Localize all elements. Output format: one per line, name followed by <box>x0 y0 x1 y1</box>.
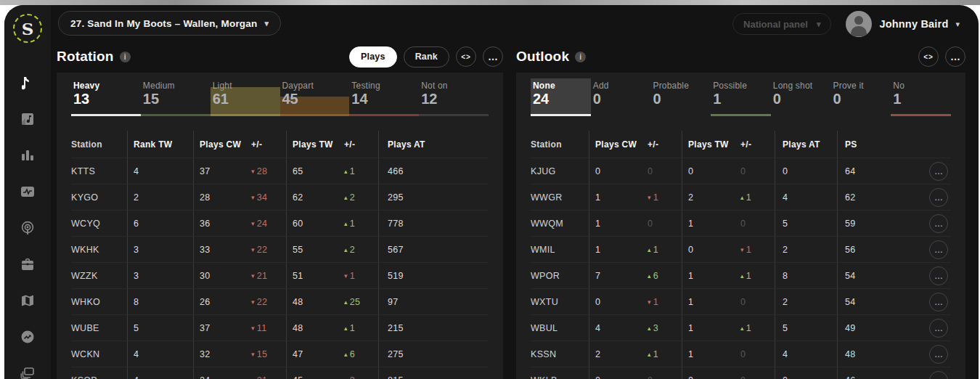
stat-medium[interactable]: Medium15 <box>141 80 211 116</box>
chevron-down-icon: ▾ <box>817 20 821 29</box>
value-cell: ▾1 <box>648 289 682 314</box>
row-menu-button[interactable]: … <box>929 188 948 207</box>
down-arrow-icon: ▾ <box>344 272 348 280</box>
value-cell: 46 <box>837 367 917 379</box>
row-menu-button[interactable]: … <box>929 266 948 285</box>
table-row[interactable]: KSSN2▴110448… <box>531 341 951 367</box>
table-row[interactable]: KSOP424▾2145▾3815 <box>71 367 489 379</box>
row-menu-button[interactable]: … <box>929 293 948 311</box>
table-row[interactable]: WMIL1▴10▾1256… <box>531 237 951 263</box>
more-options-button[interactable]: … <box>945 46 965 67</box>
value-cell: 4 <box>127 158 193 184</box>
bar-chart-icon[interactable] <box>20 147 36 163</box>
station-cell: WZZK <box>71 263 127 288</box>
song-selector-label: 27. Sand In My Boots – Wallen, Morgan <box>70 18 257 29</box>
outlook-title: Outlook <box>516 49 569 65</box>
song-selector[interactable]: 27. Sand In My Boots – Wallen, Morgan ▾ <box>58 11 281 36</box>
down-arrow-icon: ▾ <box>344 377 348 379</box>
stat-color-bar <box>711 114 771 116</box>
embed-code-button[interactable]: <> <box>918 46 939 67</box>
value-cell: 0 <box>682 367 740 379</box>
rank-toggle-button[interactable]: Rank <box>404 46 449 68</box>
down-arrow-icon: ▾ <box>251 168 255 175</box>
table-row[interactable]: WZZK330▾2151▾1519 <box>71 263 489 289</box>
table-row[interactable]: WHKO826▾2248▴2597 <box>71 289 489 315</box>
more-options-button[interactable]: … <box>483 46 503 67</box>
activity-icon[interactable] <box>20 184 36 200</box>
row-menu-button[interactable]: … <box>929 214 948 233</box>
table-row[interactable]: KYGO228▾3462▴2295 <box>71 184 489 211</box>
stat-light[interactable]: Light61 <box>211 80 280 116</box>
stat-prove-it[interactable]: Prove it0 <box>831 80 891 116</box>
value-cell: 30 <box>193 263 251 288</box>
map-icon[interactable] <box>20 293 36 309</box>
table-row[interactable]: WCKN432▾1547▴6275 <box>71 341 489 367</box>
panel-selector[interactable]: National panel ▾ <box>732 13 831 35</box>
stat-testing[interactable]: Testing14 <box>349 80 419 116</box>
rotation-panel: Heavy13Medium15Light61Daypart45Testing14… <box>57 73 503 379</box>
down-arrow-icon: ▾ <box>251 220 255 227</box>
value-cell: 1 <box>682 289 740 314</box>
up-arrow-icon: ▴ <box>740 194 744 201</box>
value-cell: 0 <box>648 211 682 236</box>
stat-value: 0 <box>831 91 891 107</box>
column-header <box>917 131 951 158</box>
row-menu-button[interactable]: … <box>929 162 948 181</box>
stat-none[interactable]: None24 <box>531 80 591 116</box>
table-row[interactable]: WWGR1▾12▴1462… <box>531 184 951 211</box>
table-row[interactable]: WKLB0000046… <box>531 367 951 379</box>
table-row[interactable]: WUBE537▾1148▴1215 <box>71 315 489 341</box>
user-menu[interactable]: Johnny Baird ▾ <box>846 11 960 37</box>
value-cell: 62 <box>837 184 917 210</box>
music-note-icon[interactable] <box>20 75 36 91</box>
row-menu-button[interactable]: … <box>929 345 948 364</box>
plays-toggle-button[interactable]: Plays <box>349 46 397 68</box>
value-cell: 2 <box>682 184 740 210</box>
stat-color-bar <box>891 114 951 116</box>
value-cell: ▴25 <box>344 289 378 314</box>
station-cell: WXTU <box>531 289 589 314</box>
row-menu-button[interactable]: … <box>929 371 948 379</box>
stat-no[interactable]: No1 <box>891 80 951 116</box>
windows-icon[interactable] <box>20 365 36 379</box>
avatar <box>846 11 872 37</box>
table-row[interactable]: WCYQ636▾2460▴1778 <box>71 211 489 237</box>
outlook-stats: None24Add0Probable0Possible1Long shot0Pr… <box>531 80 951 116</box>
album-icon[interactable] <box>20 111 36 127</box>
briefcase-icon[interactable] <box>20 256 36 272</box>
broadcast-icon[interactable] <box>20 220 36 236</box>
table-row[interactable]: KJUG0000064… <box>531 158 951 184</box>
stat-heavy[interactable]: Heavy13 <box>71 80 141 116</box>
value-cell: 56 <box>837 237 917 262</box>
stat-probable[interactable]: Probable0 <box>650 80 711 116</box>
value-cell: ▾22 <box>251 289 286 314</box>
table-row[interactable]: WPOR7▴61▴1854… <box>531 263 951 289</box>
row-menu-button[interactable]: … <box>929 319 948 338</box>
table-row[interactable]: KTTS437▾2865▴1466 <box>71 158 489 184</box>
embed-code-button[interactable]: <> <box>456 46 476 67</box>
stat-not-on[interactable]: Not on12 <box>419 80 489 116</box>
outlook-panel: None24Add0Probable0Possible1Long shot0Pr… <box>516 73 965 379</box>
stat-value: 13 <box>71 91 141 107</box>
table-row[interactable]: WXTU0▾110254… <box>531 289 951 315</box>
topbar-right: National panel ▾ Johnny Baird ▾ <box>732 11 960 37</box>
value-cell: ▾1 <box>740 237 775 262</box>
info-icon[interactable]: i <box>120 52 131 62</box>
column-header: Plays TW <box>286 131 344 158</box>
up-arrow-icon: ▴ <box>740 272 744 280</box>
more-icon: … <box>950 52 960 62</box>
station-cell: WHKO <box>71 289 127 314</box>
trending-icon[interactable] <box>20 329 36 345</box>
table-row[interactable]: WWQM1010559… <box>531 211 951 237</box>
stat-add[interactable]: Add0 <box>591 80 651 116</box>
info-icon[interactable]: i <box>575 52 586 62</box>
row-menu-button[interactable]: … <box>929 240 948 259</box>
stat-long-shot[interactable]: Long shot0 <box>771 80 831 116</box>
value-cell: 54 <box>837 289 917 314</box>
stat-daypart[interactable]: Daypart45 <box>280 80 350 116</box>
table-row[interactable]: WBUL4▴31▴1549… <box>531 315 951 341</box>
stat-value: 1 <box>711 91 771 107</box>
stat-possible[interactable]: Possible1 <box>711 80 771 116</box>
table-row[interactable]: WKHK333▾2255▴2567 <box>71 237 489 263</box>
value-cell: 778 <box>378 211 489 236</box>
